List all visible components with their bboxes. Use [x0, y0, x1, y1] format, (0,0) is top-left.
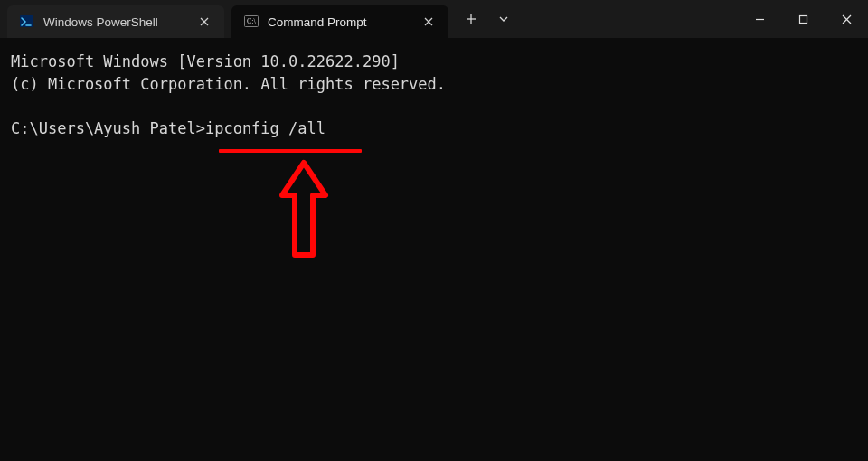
terminal-command: ipconfig /all	[205, 119, 326, 137]
svg-text:C:\: C:\	[247, 17, 257, 25]
svg-rect-11	[799, 15, 807, 23]
maximize-button[interactable]	[781, 0, 825, 38]
chevron-down-icon	[499, 14, 508, 24]
minimize-icon	[755, 14, 765, 24]
terminal-prompt: C:\Users\Ayush Patel>	[11, 119, 205, 137]
tab-close-button[interactable]	[420, 13, 438, 31]
tab-command-prompt[interactable]: C:\ Command Prompt	[231, 5, 448, 38]
plus-icon	[466, 14, 476, 24]
terminal-output[interactable]: Microsoft Windows [Version 10.0.22622.29…	[0, 38, 868, 153]
terminal-line: Microsoft Windows [Version 10.0.22622.29…	[11, 52, 400, 71]
arrow-up-icon	[277, 155, 331, 264]
tab-actions	[448, 0, 519, 38]
annotation-arrow	[277, 155, 331, 268]
titlebar: Windows PowerShell C:\ Command Prompt	[0, 0, 868, 38]
tab-strip: Windows PowerShell C:\ Command Prompt	[0, 0, 448, 38]
minimize-button[interactable]	[738, 0, 781, 38]
tab-close-button[interactable]	[195, 13, 213, 31]
window-controls	[738, 0, 868, 38]
maximize-icon	[798, 14, 808, 24]
command-prompt-icon: C:\	[244, 14, 259, 29]
titlebar-drag-region[interactable]	[519, 0, 738, 38]
tab-label: Windows PowerShell	[43, 15, 188, 29]
terminal-line: (c) Microsoft Corporation. All rights re…	[11, 75, 446, 93]
window-close-button[interactable]	[825, 0, 868, 38]
tab-dropdown-button[interactable]	[488, 5, 519, 33]
annotation-underline	[219, 149, 362, 153]
tab-label: Command Prompt	[268, 15, 412, 29]
close-icon	[424, 17, 433, 26]
tab-powershell[interactable]: Windows PowerShell	[7, 5, 224, 38]
close-icon	[842, 14, 852, 24]
close-icon	[200, 17, 209, 26]
new-tab-button[interactable]	[456, 5, 486, 33]
powershell-icon	[20, 14, 34, 29]
